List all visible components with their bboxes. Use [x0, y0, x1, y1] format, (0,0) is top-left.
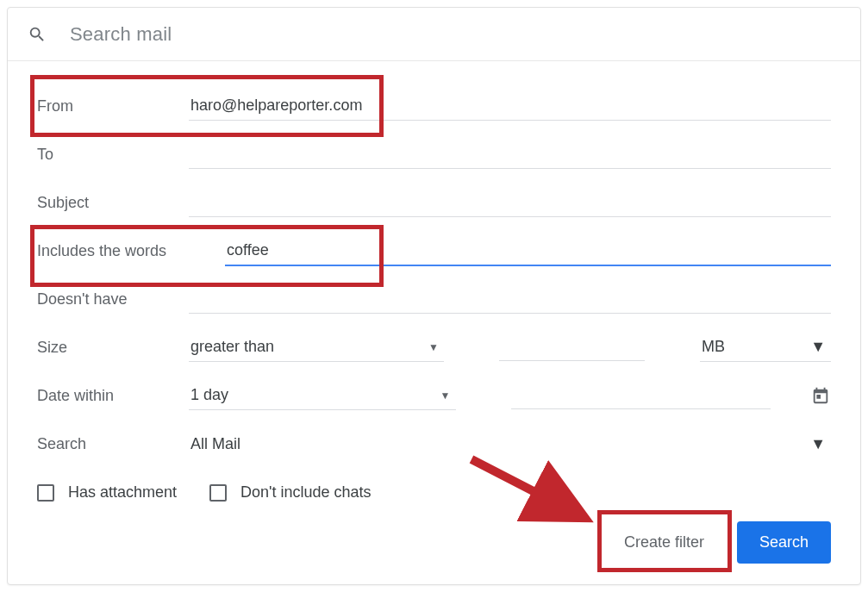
checkbox-box [37, 484, 54, 502]
from-row: From [37, 82, 831, 130]
caret-down-icon: ▼ [440, 389, 451, 402]
search-scope-row: Search All Mail ▼ [37, 420, 831, 468]
doesnt-label: Doesn't have [37, 290, 173, 308]
date-input[interactable] [511, 382, 771, 409]
button-row: Create filter Search [607, 521, 831, 564]
search-icon [27, 24, 47, 45]
search-scope-dropdown[interactable]: All Mail ▼ [189, 430, 831, 458]
date-within-value: 1 day [190, 386, 228, 404]
has-attachment-label: Has attachment [68, 483, 177, 502]
search-bar[interactable]: Search mail [8, 8, 860, 61]
to-input[interactable] [189, 140, 831, 169]
search-button[interactable]: Search [737, 521, 831, 564]
caret-down-icon: ▼ [810, 338, 826, 356]
from-input[interactable] [189, 91, 831, 121]
date-within-dropdown[interactable]: 1 day ▼ [189, 381, 456, 410]
size-label: Size [37, 339, 173, 357]
filter-panel: Search mail From To Subject Includes the… [7, 7, 861, 585]
caret-down-icon: ▼ [428, 341, 439, 353]
calendar-icon[interactable] [810, 385, 831, 406]
search-scope-label: Search [37, 435, 173, 453]
create-filter-button[interactable]: Create filter [607, 521, 721, 564]
includes-input[interactable] [225, 236, 831, 266]
includes-row: Includes the words [37, 227, 831, 275]
checkbox-box [209, 484, 227, 502]
to-row: To [37, 130, 831, 178]
size-unit-value: MB [702, 338, 725, 356]
has-attachment-checkbox[interactable]: Has attachment [37, 483, 177, 502]
subject-input[interactable] [189, 188, 831, 217]
size-unit-dropdown[interactable]: MB ▼ [700, 333, 831, 362]
includes-label: Includes the words [37, 242, 209, 260]
doesnt-row: Doesn't have [37, 275, 831, 323]
no-chats-label: Don't include chats [240, 483, 372, 502]
search-placeholder: Search mail [70, 23, 172, 46]
subject-label: Subject [37, 194, 173, 212]
search-scope-value: All Mail [190, 435, 240, 453]
date-within-label: Date within [37, 387, 173, 405]
caret-down-icon: ▼ [810, 435, 826, 453]
doesnt-input[interactable] [189, 284, 831, 314]
no-chats-checkbox[interactable]: Don't include chats [209, 483, 372, 502]
subject-row: Subject [37, 178, 831, 227]
checkbox-row: Has attachment Don't include chats [37, 483, 831, 502]
form-area: From To Subject Includes the words Doesn… [8, 61, 860, 502]
date-within-row: Date within 1 day ▼ [37, 371, 831, 420]
size-comparator-value: greater than [190, 338, 274, 356]
size-comparator-dropdown[interactable]: greater than ▼ [189, 333, 444, 362]
to-label: To [37, 146, 173, 164]
size-row: Size greater than ▼ MB ▼ [37, 323, 831, 371]
from-label: From [37, 97, 173, 115]
size-value-input[interactable] [499, 333, 645, 361]
